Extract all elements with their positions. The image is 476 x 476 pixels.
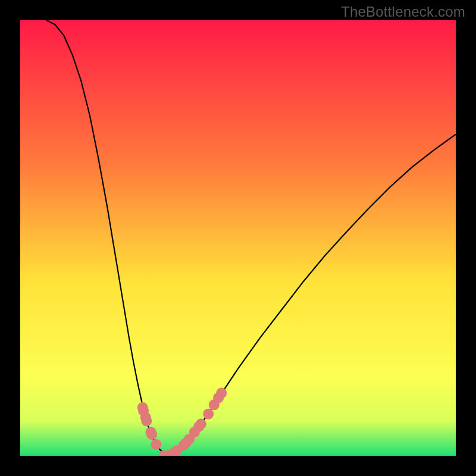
watermark-text: TheBottleneck.com <box>341 4 465 20</box>
data-marker <box>146 427 156 437</box>
plot-area <box>20 20 456 456</box>
chart-frame: TheBottleneck.com <box>0 0 476 476</box>
data-marker <box>196 419 206 430</box>
data-marker <box>137 402 148 413</box>
data-marker <box>151 439 161 450</box>
data-marker <box>203 409 214 419</box>
data-marker <box>216 388 227 399</box>
plot-svg <box>20 20 456 456</box>
gradient-backdrop <box>20 20 456 456</box>
